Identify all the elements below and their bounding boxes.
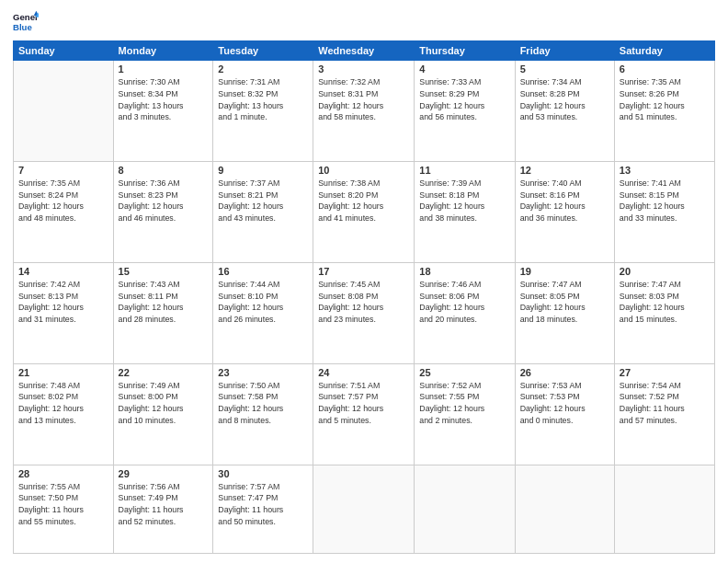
col-header-thursday: Thursday bbox=[415, 41, 515, 61]
day-info: Sunrise: 7:34 AM Sunset: 8:28 PM Dayligh… bbox=[520, 76, 609, 123]
day-info: Sunrise: 7:43 AM Sunset: 8:11 PM Dayligh… bbox=[119, 279, 209, 326]
day-number: 10 bbox=[318, 165, 409, 176]
day-number: 17 bbox=[318, 266, 409, 277]
day-number: 21 bbox=[18, 367, 108, 378]
day-info: Sunrise: 7:47 AM Sunset: 8:05 PM Dayligh… bbox=[520, 279, 609, 326]
calendar-cell: 25Sunrise: 7:52 AM Sunset: 7:55 PM Dayli… bbox=[415, 363, 515, 465]
calendar-cell: 21Sunrise: 7:48 AM Sunset: 8:02 PM Dayli… bbox=[14, 363, 114, 465]
day-info: Sunrise: 7:35 AM Sunset: 8:26 PM Dayligh… bbox=[620, 76, 710, 123]
day-number: 18 bbox=[419, 266, 509, 277]
calendar-cell: 30Sunrise: 7:57 AM Sunset: 7:47 PM Dayli… bbox=[213, 465, 313, 554]
day-number: 24 bbox=[318, 367, 409, 378]
day-info: Sunrise: 7:42 AM Sunset: 8:13 PM Dayligh… bbox=[18, 279, 108, 326]
calendar-cell: 23Sunrise: 7:50 AM Sunset: 7:58 PM Dayli… bbox=[213, 363, 313, 465]
calendar-cell: 29Sunrise: 7:56 AM Sunset: 7:49 PM Dayli… bbox=[113, 465, 213, 554]
day-info: Sunrise: 7:33 AM Sunset: 8:29 PM Dayligh… bbox=[419, 76, 509, 123]
day-number: 6 bbox=[620, 63, 710, 75]
calendar-cell: 12Sunrise: 7:40 AM Sunset: 8:16 PM Dayli… bbox=[515, 161, 614, 262]
calendar-cell: 27Sunrise: 7:54 AM Sunset: 7:52 PM Dayli… bbox=[614, 363, 714, 465]
calendar-cell: 6Sunrise: 7:35 AM Sunset: 8:26 PM Daylig… bbox=[614, 61, 714, 162]
day-info: Sunrise: 7:31 AM Sunset: 8:32 PM Dayligh… bbox=[218, 76, 308, 123]
day-number: 27 bbox=[620, 367, 710, 378]
calendar-cell: 14Sunrise: 7:42 AM Sunset: 8:13 PM Dayli… bbox=[14, 262, 114, 363]
calendar-cell bbox=[313, 465, 415, 554]
col-header-saturday: Saturday bbox=[614, 41, 714, 61]
day-info: Sunrise: 7:30 AM Sunset: 8:34 PM Dayligh… bbox=[119, 76, 209, 123]
day-number: 20 bbox=[620, 266, 710, 277]
day-info: Sunrise: 7:38 AM Sunset: 8:20 PM Dayligh… bbox=[318, 178, 409, 224]
day-number: 1 bbox=[119, 63, 209, 75]
calendar-cell: 13Sunrise: 7:41 AM Sunset: 8:15 PM Dayli… bbox=[614, 161, 714, 262]
day-info: Sunrise: 7:52 AM Sunset: 7:55 PM Dayligh… bbox=[419, 380, 509, 427]
calendar-cell: 19Sunrise: 7:47 AM Sunset: 8:05 PM Dayli… bbox=[515, 262, 614, 363]
calendar-cell: 26Sunrise: 7:53 AM Sunset: 7:53 PM Dayli… bbox=[515, 363, 614, 465]
day-info: Sunrise: 7:49 AM Sunset: 8:00 PM Dayligh… bbox=[119, 380, 209, 427]
calendar-cell: 10Sunrise: 7:38 AM Sunset: 8:20 PM Dayli… bbox=[313, 161, 415, 262]
day-number: 23 bbox=[218, 367, 308, 378]
col-header-tuesday: Tuesday bbox=[213, 41, 313, 61]
calendar-cell: 20Sunrise: 7:47 AM Sunset: 8:03 PM Dayli… bbox=[614, 262, 714, 363]
day-number: 15 bbox=[119, 266, 209, 277]
calendar-cell bbox=[415, 465, 515, 554]
day-info: Sunrise: 7:36 AM Sunset: 8:23 PM Dayligh… bbox=[119, 178, 209, 224]
day-number: 14 bbox=[18, 266, 108, 277]
calendar-cell: 24Sunrise: 7:51 AM Sunset: 7:57 PM Dayli… bbox=[313, 363, 415, 465]
day-number: 7 bbox=[18, 165, 108, 176]
day-info: Sunrise: 7:37 AM Sunset: 8:21 PM Dayligh… bbox=[218, 178, 308, 224]
header: General Blue bbox=[13, 9, 715, 35]
day-number: 13 bbox=[620, 165, 710, 176]
svg-text:General: General bbox=[13, 12, 39, 22]
calendar-cell: 22Sunrise: 7:49 AM Sunset: 8:00 PM Dayli… bbox=[113, 363, 213, 465]
day-number: 9 bbox=[218, 165, 308, 176]
day-number: 2 bbox=[218, 63, 308, 75]
calendar-cell: 17Sunrise: 7:45 AM Sunset: 8:08 PM Dayli… bbox=[313, 262, 415, 363]
col-header-wednesday: Wednesday bbox=[313, 41, 415, 61]
day-number: 22 bbox=[119, 367, 209, 378]
day-info: Sunrise: 7:53 AM Sunset: 7:53 PM Dayligh… bbox=[520, 380, 609, 427]
col-header-friday: Friday bbox=[515, 41, 614, 61]
day-number: 3 bbox=[318, 63, 409, 75]
day-number: 11 bbox=[419, 165, 509, 176]
day-number: 4 bbox=[419, 63, 509, 75]
calendar-cell: 18Sunrise: 7:46 AM Sunset: 8:06 PM Dayli… bbox=[415, 262, 515, 363]
calendar-cell: 15Sunrise: 7:43 AM Sunset: 8:11 PM Dayli… bbox=[113, 262, 213, 363]
calendar-page: General Blue SundayMondayTuesdayWednesda… bbox=[0, 0, 728, 563]
calendar-cell bbox=[614, 465, 714, 554]
day-info: Sunrise: 7:48 AM Sunset: 8:02 PM Dayligh… bbox=[18, 380, 108, 427]
day-number: 19 bbox=[520, 266, 609, 277]
day-number: 16 bbox=[218, 266, 308, 277]
calendar-cell bbox=[14, 61, 114, 162]
calendar-cell: 4Sunrise: 7:33 AM Sunset: 8:29 PM Daylig… bbox=[415, 61, 515, 162]
day-number: 12 bbox=[520, 165, 609, 176]
day-number: 26 bbox=[520, 367, 609, 378]
calendar-cell: 28Sunrise: 7:55 AM Sunset: 7:50 PM Dayli… bbox=[14, 465, 114, 554]
day-info: Sunrise: 7:35 AM Sunset: 8:24 PM Dayligh… bbox=[18, 178, 108, 224]
day-info: Sunrise: 7:55 AM Sunset: 7:50 PM Dayligh… bbox=[18, 481, 108, 528]
day-headers-row: SundayMondayTuesdayWednesdayThursdayFrid… bbox=[14, 41, 715, 61]
day-number: 25 bbox=[419, 367, 509, 378]
calendar-cell: 5Sunrise: 7:34 AM Sunset: 8:28 PM Daylig… bbox=[515, 61, 614, 162]
calendar-cell bbox=[515, 465, 614, 554]
day-info: Sunrise: 7:51 AM Sunset: 7:57 PM Dayligh… bbox=[318, 380, 409, 427]
calendar-cell: 11Sunrise: 7:39 AM Sunset: 8:18 PM Dayli… bbox=[415, 161, 515, 262]
col-header-monday: Monday bbox=[113, 41, 213, 61]
calendar-cell: 7Sunrise: 7:35 AM Sunset: 8:24 PM Daylig… bbox=[14, 161, 114, 262]
day-info: Sunrise: 7:44 AM Sunset: 8:10 PM Dayligh… bbox=[218, 279, 308, 326]
day-info: Sunrise: 7:39 AM Sunset: 8:18 PM Dayligh… bbox=[419, 178, 509, 224]
calendar-cell: 3Sunrise: 7:32 AM Sunset: 8:31 PM Daylig… bbox=[313, 61, 415, 162]
logo-icon: General Blue bbox=[13, 9, 39, 35]
day-info: Sunrise: 7:45 AM Sunset: 8:08 PM Dayligh… bbox=[318, 279, 409, 326]
day-info: Sunrise: 7:47 AM Sunset: 8:03 PM Dayligh… bbox=[620, 279, 710, 326]
day-number: 5 bbox=[520, 63, 609, 75]
calendar-table: SundayMondayTuesdayWednesdayThursdayFrid… bbox=[13, 40, 715, 554]
day-info: Sunrise: 7:54 AM Sunset: 7:52 PM Dayligh… bbox=[620, 380, 710, 427]
day-info: Sunrise: 7:32 AM Sunset: 8:31 PM Dayligh… bbox=[318, 76, 409, 123]
day-info: Sunrise: 7:40 AM Sunset: 8:16 PM Dayligh… bbox=[520, 178, 609, 224]
day-number: 30 bbox=[218, 468, 308, 479]
calendar-cell: 8Sunrise: 7:36 AM Sunset: 8:23 PM Daylig… bbox=[113, 161, 213, 262]
day-info: Sunrise: 7:56 AM Sunset: 7:49 PM Dayligh… bbox=[119, 481, 209, 528]
calendar-cell: 1Sunrise: 7:30 AM Sunset: 8:34 PM Daylig… bbox=[113, 61, 213, 162]
day-number: 29 bbox=[119, 468, 209, 479]
logo: General Blue bbox=[13, 9, 39, 35]
day-info: Sunrise: 7:41 AM Sunset: 8:15 PM Dayligh… bbox=[620, 178, 710, 224]
